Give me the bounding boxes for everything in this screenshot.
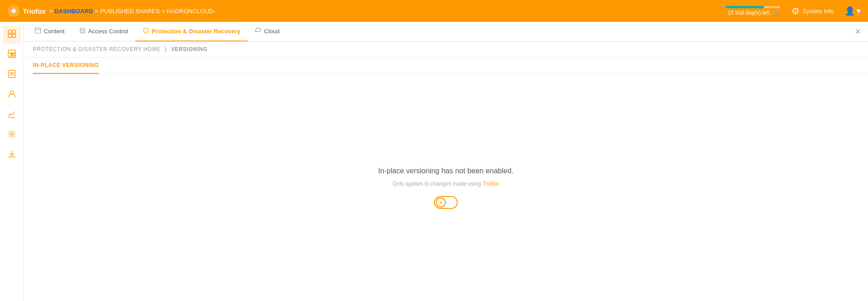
trial-section: 16 trial day(s) left. 🛒 bbox=[726, 6, 780, 16]
breadcrumb-current: VERSIONING bbox=[171, 46, 207, 52]
nav-separator-1: > bbox=[49, 8, 53, 15]
system-info-label: System Info bbox=[802, 8, 834, 15]
breadcrumb-nav: > DASHBOARD > PUBLISHED SHARES > HADRONC… bbox=[49, 8, 722, 15]
triofox-logo-icon bbox=[7, 5, 20, 17]
svg-rect-11 bbox=[11, 55, 13, 57]
nav-separator-3: > bbox=[161, 8, 165, 15]
main-body: In-place versioning has not been enabled… bbox=[24, 74, 868, 301]
logo: Triofox bbox=[7, 5, 46, 17]
inner-content: IN-PLACE VERSIONING In-place versioning … bbox=[24, 57, 868, 301]
section-tab-label: IN-PLACE VERSIONING bbox=[33, 62, 99, 68]
close-tab-button[interactable]: ✕ bbox=[855, 27, 861, 36]
user-chevron-icon: ▾ bbox=[857, 6, 861, 16]
svg-rect-22 bbox=[80, 28, 85, 33]
close-icon: ✕ bbox=[855, 28, 861, 36]
sidebar-item-users[interactable] bbox=[3, 86, 21, 104]
files-icon bbox=[7, 69, 16, 81]
cloud-tab-icon bbox=[255, 27, 261, 35]
trial-progress-bar bbox=[726, 6, 764, 8]
sidebar-item-files[interactable] bbox=[3, 66, 21, 84]
tab-access-control[interactable]: Access Control bbox=[72, 22, 135, 42]
tab-content-label: Content bbox=[44, 28, 65, 35]
nav-published-shares: PUBLISHED SHARES bbox=[100, 8, 160, 15]
breadcrumb: PROTECTION & DISASTER RECOVERY HOME ❯ VE… bbox=[24, 42, 868, 57]
toggle-knob bbox=[436, 197, 446, 208]
access-control-tab-icon bbox=[79, 27, 86, 35]
svg-point-19 bbox=[10, 133, 13, 135]
tab-cloud-label: Cloud bbox=[264, 28, 279, 35]
breadcrumb-home-link[interactable]: PROTECTION & DISASTER RECOVERY HOME bbox=[33, 46, 160, 52]
tab-access-control-label: Access Control bbox=[88, 28, 128, 35]
sidebar bbox=[0, 22, 24, 301]
content-area: Content Access Control P bbox=[24, 22, 868, 301]
download-icon bbox=[7, 150, 16, 161]
svg-point-1 bbox=[12, 9, 16, 13]
svg-rect-12 bbox=[13, 55, 15, 57]
content-tab-icon bbox=[35, 27, 41, 35]
shares-icon bbox=[7, 49, 16, 61]
users-icon bbox=[7, 89, 16, 101]
logo-text: Triofox bbox=[23, 7, 46, 15]
gear-icon: ⚙ bbox=[791, 5, 800, 16]
cart-icon[interactable]: 🛒 bbox=[774, 10, 780, 16]
settings-icon bbox=[7, 130, 16, 141]
svg-rect-2 bbox=[8, 30, 11, 33]
nav-dashboard-link[interactable]: DASHBOARD bbox=[55, 8, 93, 15]
versioning-toggle-container bbox=[434, 196, 458, 209]
sidebar-item-analytics[interactable] bbox=[3, 106, 21, 124]
nav-separator-2: > bbox=[95, 8, 98, 15]
user-avatar-icon: 👤 bbox=[845, 6, 855, 16]
app-header: Triofox > DASHBOARD > PUBLISHED SHARES >… bbox=[0, 0, 868, 22]
tab-protection[interactable]: Protection & Disaster Recovery bbox=[135, 22, 248, 42]
sidebar-item-download[interactable] bbox=[3, 146, 21, 164]
versioning-status-message: In-place versioning has not been enabled… bbox=[378, 167, 513, 175]
trial-text: 16 trial day(s) left. bbox=[728, 10, 771, 16]
trial-progress-bar-container bbox=[726, 6, 780, 8]
dashboard-icon bbox=[7, 29, 16, 41]
svg-rect-20 bbox=[35, 28, 41, 33]
sidebar-item-dashboard[interactable] bbox=[3, 26, 21, 44]
svg-rect-4 bbox=[8, 34, 11, 37]
versioning-toggle[interactable] bbox=[434, 196, 458, 209]
tabs-bar: Content Access Control P bbox=[24, 22, 868, 42]
user-menu-button[interactable]: 👤 ▾ bbox=[845, 6, 861, 16]
breadcrumb-arrow: ❯ bbox=[163, 46, 168, 52]
trial-info: 16 trial day(s) left. 🛒 bbox=[728, 10, 780, 16]
tab-cloud[interactable]: Cloud bbox=[248, 22, 287, 42]
protection-tab-icon bbox=[143, 27, 149, 35]
nav-hadroncloud: HADRONCLOUD- bbox=[167, 8, 215, 15]
header-right: 16 trial day(s) left. 🛒 ⚙ System Info 👤 … bbox=[726, 5, 861, 16]
section-tab-versioning[interactable]: IN-PLACE VERSIONING bbox=[33, 57, 99, 74]
sidebar-item-settings[interactable] bbox=[3, 126, 21, 144]
section-tab-bar: IN-PLACE VERSIONING bbox=[24, 57, 868, 74]
svg-rect-3 bbox=[12, 30, 16, 33]
sub-message-text-part1: Only applies to changes made using bbox=[393, 181, 483, 187]
versioning-sub-message: Only applies to changes made using Triof… bbox=[393, 181, 499, 187]
main-layout: Content Access Control P bbox=[0, 22, 868, 301]
sidebar-item-shares[interactable] bbox=[3, 46, 21, 64]
tab-protection-label: Protection & Disaster Recovery bbox=[152, 28, 240, 35]
analytics-icon bbox=[7, 109, 16, 121]
svg-rect-5 bbox=[12, 34, 16, 37]
svg-rect-9 bbox=[11, 53, 13, 55]
triofox-link[interactable]: Triofox bbox=[482, 181, 499, 187]
tab-content[interactable]: Content bbox=[27, 22, 72, 42]
svg-rect-10 bbox=[13, 53, 15, 55]
system-info-button[interactable]: ⚙ System Info bbox=[791, 5, 834, 16]
